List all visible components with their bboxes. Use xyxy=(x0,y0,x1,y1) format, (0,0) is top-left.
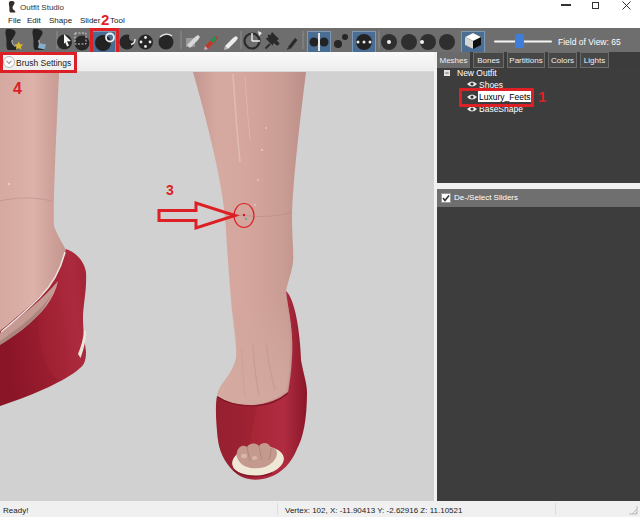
svg-text:Field of View: 65: Field of View: 65 xyxy=(558,37,621,47)
